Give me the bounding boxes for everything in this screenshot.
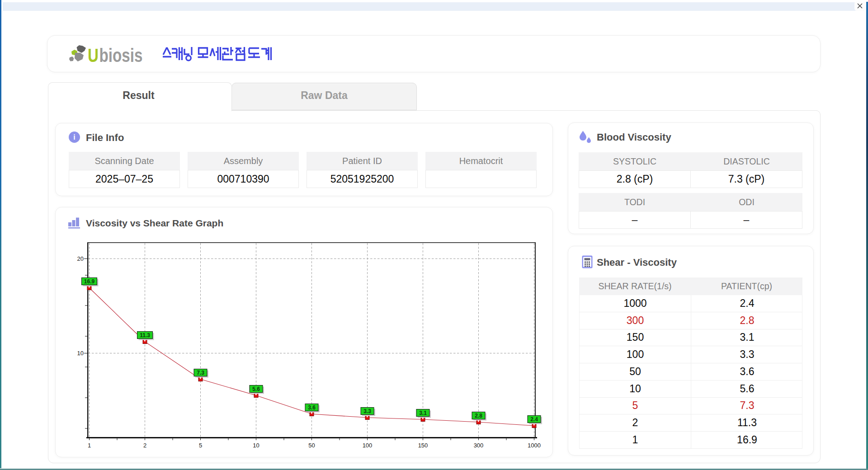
- svg-text:2: 2: [143, 442, 146, 449]
- svg-text:11.3: 11.3: [140, 332, 150, 338]
- svg-text:3.1: 3.1: [419, 410, 427, 416]
- svg-text:20: 20: [77, 255, 84, 262]
- svg-text:300: 300: [474, 442, 484, 449]
- svg-text:10: 10: [77, 350, 84, 357]
- svg-text:3.6: 3.6: [308, 404, 316, 411]
- svg-text:1: 1: [88, 442, 91, 449]
- svg-text:100: 100: [363, 442, 373, 449]
- svg-text:16.9: 16.9: [84, 278, 95, 285]
- svg-text:5: 5: [199, 442, 202, 449]
- svg-text:5.6: 5.6: [252, 386, 260, 392]
- svg-text:7.3: 7.3: [197, 370, 204, 376]
- svg-text:2.8: 2.8: [475, 413, 482, 419]
- svg-text:50: 50: [308, 442, 315, 449]
- svg-text:10: 10: [253, 442, 259, 449]
- svg-text:U: U: [88, 45, 99, 65]
- svg-text:2.4: 2.4: [530, 416, 538, 423]
- svg-text:biosis: biosis: [99, 45, 143, 65]
- svg-text:150: 150: [418, 442, 428, 449]
- svg-text:1000: 1000: [528, 442, 541, 449]
- svg-text:3.3: 3.3: [363, 408, 371, 414]
